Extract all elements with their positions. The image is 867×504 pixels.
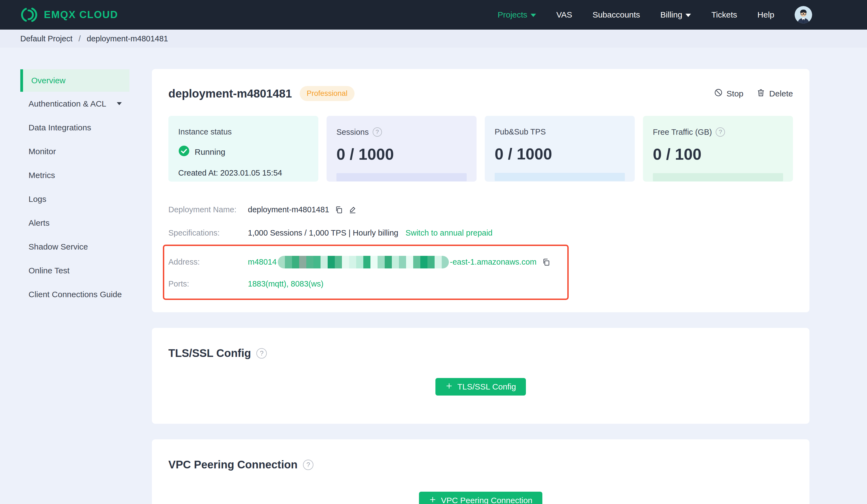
- brand-name: EMQX CLOUD: [44, 9, 118, 21]
- sidebar-item-logs[interactable]: Logs: [0, 187, 152, 211]
- address-prefix: m48014: [248, 258, 277, 266]
- edit-icon[interactable]: [349, 206, 357, 214]
- sidebar-item-alerts[interactable]: Alerts: [0, 211, 152, 235]
- nav-tickets[interactable]: Tickets: [711, 10, 737, 20]
- emqx-logo-icon: [19, 6, 38, 24]
- plus-icon: [445, 382, 453, 392]
- stat-pubsub-tps: Pub&Sub TPS 0 / 1000: [485, 116, 635, 182]
- nav-vas[interactable]: VAS: [556, 10, 572, 20]
- add-vpc-peering-button[interactable]: VPC Peering Connection: [419, 492, 542, 504]
- user-avatar[interactable]: [795, 6, 812, 24]
- sessions-progress-bar: [336, 173, 467, 181]
- breadcrumb-project[interactable]: Default Project: [20, 34, 72, 43]
- stat-sessions: Sessions 0 / 1000: [327, 116, 477, 182]
- top-nav: Projects VAS Subaccounts Billing Tickets…: [497, 6, 812, 24]
- nav-help[interactable]: Help: [757, 10, 774, 20]
- check-circle-icon: [178, 145, 190, 158]
- stats-row: Instance status Running Created At: 2023…: [168, 116, 793, 182]
- emqx-logo[interactable]: EMQX CLOUD: [19, 6, 118, 24]
- nav-billing[interactable]: Billing: [660, 10, 691, 20]
- topbar: EMQX CLOUD Projects VAS Subaccounts Bill…: [0, 0, 867, 30]
- chevron-down-icon: [685, 14, 691, 17]
- plus-icon: [429, 496, 437, 504]
- sidebar-item-authentication-acl[interactable]: Authentication & ACL: [0, 92, 152, 116]
- stop-icon: [714, 88, 723, 99]
- nav-projects[interactable]: Projects: [497, 10, 536, 20]
- trash-icon: [757, 88, 765, 99]
- deployment-name-row: Deployment Name: deployment-m4801481: [168, 198, 793, 221]
- deployment-title: deployment-m4801481: [168, 87, 292, 100]
- address-redaction: [278, 256, 449, 269]
- help-icon[interactable]: [373, 127, 382, 137]
- vpc-peering-card: VPC Peering Connection VPC Peering Conne…: [152, 439, 810, 504]
- main-content: deployment-m4801481 Professional Stop: [152, 48, 867, 504]
- ports-label: Ports:: [168, 280, 248, 288]
- help-icon[interactable]: [256, 348, 267, 359]
- deployment-card: deployment-m4801481 Professional Stop: [152, 69, 810, 312]
- sidebar-item-online-test[interactable]: Online Test: [0, 259, 152, 282]
- deployment-name-label: Deployment Name:: [168, 205, 248, 214]
- nav-subaccounts[interactable]: Subaccounts: [592, 10, 640, 20]
- traffic-progress-bar: [653, 173, 783, 181]
- copy-icon[interactable]: [335, 206, 343, 214]
- sidebar-item-shadow-service[interactable]: Shadow Service: [0, 235, 152, 259]
- breadcrumb-separator: /: [78, 34, 81, 43]
- tps-progress-bar: [495, 173, 625, 181]
- specifications-row: Specifications: 1,000 Sessions / 1,000 T…: [168, 221, 793, 244]
- help-icon[interactable]: [716, 127, 725, 137]
- switch-annual-prepaid-link[interactable]: Switch to annual prepaid: [406, 228, 493, 238]
- deployment-info: Deployment Name: deployment-m4801481: [168, 198, 793, 300]
- sessions-value: 0 / 1000: [336, 145, 467, 163]
- ports-row: Ports: 1883(mqtt), 8083(ws): [168, 274, 567, 294]
- stat-free-traffic: Free Traffic (GB) 0 / 100: [643, 116, 793, 182]
- instance-status-value: Running: [195, 147, 225, 157]
- delete-button[interactable]: Delete: [757, 88, 793, 99]
- traffic-value: 0 / 100: [653, 145, 783, 163]
- address-row: Address: m48014 -east-1.amazonaws.com: [168, 250, 567, 274]
- plan-badge: Professional: [300, 86, 355, 101]
- breadcrumb-current: deployment-m4801481: [87, 34, 168, 43]
- stat-instance-status: Instance status Running Created At: 2023…: [168, 116, 318, 182]
- deployment-name-value: deployment-m4801481: [248, 205, 329, 214]
- breadcrumb: Default Project / deployment-m4801481: [0, 30, 867, 48]
- ports-value: 1883(mqtt), 8083(ws): [248, 280, 323, 288]
- help-icon[interactable]: [303, 460, 313, 470]
- sidebar-item-overview[interactable]: Overview: [20, 69, 129, 92]
- specifications-label: Specifications:: [168, 228, 248, 238]
- stop-button[interactable]: Stop: [714, 88, 743, 99]
- sidebar-item-metrics[interactable]: Metrics: [0, 163, 152, 187]
- tls-ssl-heading: TLS/SSL Config: [168, 347, 251, 359]
- sidebar: Overview Authentication & ACL Data Integ…: [0, 48, 152, 306]
- chevron-down-icon: [531, 14, 536, 17]
- add-tls-ssl-config-button[interactable]: TLS/SSL Config: [436, 378, 526, 395]
- red-highlight-box: Address: m48014 -east-1.amazonaws.com: [163, 244, 569, 300]
- address-label: Address:: [168, 258, 248, 266]
- chevron-down-icon: [117, 102, 122, 105]
- tps-value: 0 / 1000: [495, 145, 625, 163]
- created-at: Created At: 2023.01.05 15:54: [178, 168, 309, 177]
- sidebar-item-monitor[interactable]: Monitor: [0, 140, 152, 163]
- address-suffix: -east-1.amazonaws.com: [450, 258, 537, 266]
- copy-icon[interactable]: [542, 258, 550, 266]
- sidebar-item-data-integrations[interactable]: Data Integrations: [0, 116, 152, 140]
- sidebar-item-client-connections-guide[interactable]: Client Connections Guide: [0, 282, 152, 306]
- specifications-value: 1,000 Sessions / 1,000 TPS | Hourly bill…: [248, 228, 398, 238]
- tls-ssl-card: TLS/SSL Config TLS/SSL Config: [152, 328, 810, 424]
- vpc-peering-heading: VPC Peering Connection: [168, 459, 298, 471]
